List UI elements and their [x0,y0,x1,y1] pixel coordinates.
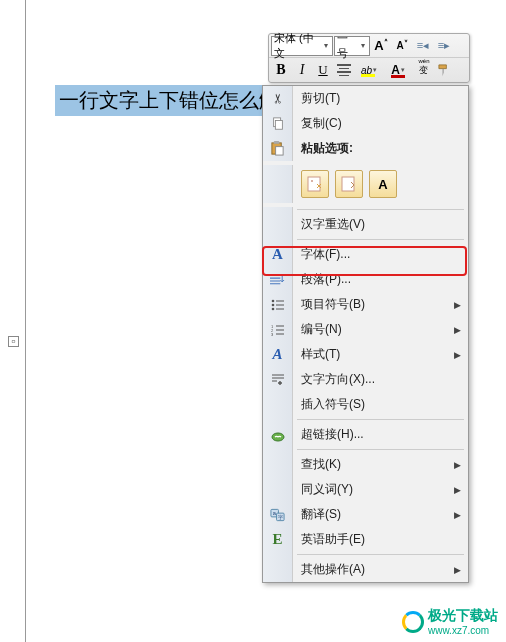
svg-point-9 [271,303,274,306]
underline-icon: U [318,62,327,78]
bold-button[interactable]: B [271,60,291,80]
menu-synonyms[interactable]: 同义词(Y) ▶ [263,477,468,502]
paste-text-only[interactable]: A [369,170,397,198]
menu-translate-label: 翻译(S) [293,506,454,523]
mini-toolbar: 宋体 (中文▾ 一号▾ A A ≡◂ ≡▸ B I U ab▾ A▾ wén变 [268,33,470,83]
menu-paragraph-label: 段落(P)... [293,271,468,288]
menu-numbering-label: 编号(N) [293,321,454,338]
menu-paste-options-header: 粘贴选项: [263,136,468,161]
svg-rect-3 [274,141,280,144]
menu-translate[interactable]: a字 翻译(S) ▶ [263,502,468,527]
context-menu: ✂ 剪切(T) 复制(C) 粘贴选项: A 汉字重选(V) [262,85,469,583]
menu-paragraph[interactable]: 段落(P)... [263,267,468,292]
decrease-indent-button[interactable]: ≡◂ [413,36,433,56]
menu-english-assistant[interactable]: E 英语助手(E) [263,527,468,552]
bold-icon: B [276,62,285,78]
menu-copy[interactable]: 复制(C) [263,111,468,136]
paragraph-icon [270,273,285,287]
menu-cut[interactable]: ✂ 剪切(T) [263,86,468,111]
menu-styles[interactable]: A 样式(T) ▶ [263,342,468,367]
shrink-font-button[interactable]: A [392,36,412,56]
dropdown-icon: ▾ [322,41,330,50]
menu-hanzi-reselect[interactable]: 汉字重选(V) [263,212,468,237]
watermark-title: 极光下载站 [428,607,498,623]
dropdown-icon: ▾ [358,41,367,50]
grow-font-button[interactable]: A [371,36,391,56]
menu-lookup[interactable]: 查找(K) ▶ [263,452,468,477]
menu-other-actions-label: 其他操作(A) [293,561,454,578]
increase-indent-button[interactable]: ≡▸ [434,36,454,56]
bullets-icon [271,299,285,311]
menu-hyperlink[interactable]: 超链接(H)... [263,422,468,447]
menu-english-assistant-label: 英语助手(E) [293,531,468,548]
svg-rect-7 [342,177,354,191]
watermark: 极光下载站 www.xz7.com [402,607,498,636]
paste-keep-source-formatting[interactable] [301,170,329,198]
paste-icon [270,141,285,156]
translate-icon: a字 [270,508,285,522]
svg-rect-1 [275,120,282,129]
font-name-select[interactable]: 宋体 (中文▾ [271,36,333,56]
menu-synonyms-label: 同义词(Y) [293,481,454,498]
numbering-icon: 123 [271,324,285,336]
font-size-value: 一号 [337,31,358,61]
english-assistant-icon: E [272,531,282,548]
grow-font-icon: A [374,38,387,53]
font-size-select[interactable]: 一号▾ [334,36,370,56]
submenu-arrow-icon: ▶ [454,350,468,360]
format-painter-icon [437,63,452,78]
increase-indent-icon: ≡▸ [438,39,450,52]
text-direction-icon [271,373,285,387]
font-color-icon: A [391,63,400,77]
font-color-button[interactable]: A▾ [384,60,412,80]
paste-merge-formatting[interactable] [335,170,363,198]
submenu-arrow-icon: ▶ [454,300,468,310]
menu-text-direction[interactable]: 文字方向(X)... [263,367,468,392]
paste-source-icon [306,175,324,193]
svg-rect-5 [308,177,320,191]
menu-font[interactable]: A 字体(F)... [263,242,468,267]
format-painter-button[interactable] [434,60,454,80]
menu-numbering[interactable]: 123 编号(N) ▶ [263,317,468,342]
copy-icon [271,117,285,131]
svg-point-10 [271,307,274,310]
phonetic-guide-button[interactable]: wén变 [413,60,433,80]
align-center-icon [337,64,351,76]
menu-text-direction-label: 文字方向(X)... [293,371,468,388]
menu-copy-label: 复制(C) [293,115,468,132]
phonetic-guide-icon: wén变 [419,64,428,77]
svg-text:3: 3 [271,332,274,336]
menu-hanzi-reselect-label: 汉字重选(V) [293,216,468,233]
submenu-arrow-icon: ▶ [454,325,468,335]
svg-text:字: 字 [278,513,283,519]
italic-button[interactable]: I [292,60,312,80]
paste-merge-icon [340,175,358,193]
watermark-url: www.xz7.com [428,625,498,636]
svg-point-8 [271,299,274,302]
paste-text-icon: A [378,177,387,192]
highlight-button[interactable]: ab▾ [355,60,383,80]
menu-other-actions[interactable]: 其他操作(A) ▶ [263,557,468,582]
cut-icon: ✂ [270,93,285,104]
paste-options-row: A [263,161,468,207]
decrease-indent-icon: ≡◂ [417,39,429,52]
menu-hyperlink-label: 超链接(H)... [293,426,468,443]
menu-bullets[interactable]: 项目符号(B) ▶ [263,292,468,317]
dropdown-icon: ▾ [401,66,405,74]
menu-insert-symbol[interactable]: 插入符号(S) [263,392,468,417]
submenu-arrow-icon: ▶ [454,485,468,495]
menu-bullets-label: 项目符号(B) [293,296,454,313]
font-name-value: 宋体 (中文 [274,31,322,61]
underline-button[interactable]: U [313,60,333,80]
styles-icon: A [272,346,282,363]
font-icon: A [272,246,283,263]
menu-styles-label: 样式(T) [293,346,454,363]
hyperlink-icon [270,428,286,442]
italic-icon: I [300,62,305,78]
menu-paste-options-label: 粘贴选项: [293,140,468,157]
menu-insert-symbol-label: 插入符号(S) [293,396,468,413]
align-center-button[interactable] [334,60,354,80]
menu-lookup-label: 查找(K) [293,456,454,473]
submenu-arrow-icon: ▶ [454,565,468,575]
shrink-font-icon: A [396,40,407,51]
